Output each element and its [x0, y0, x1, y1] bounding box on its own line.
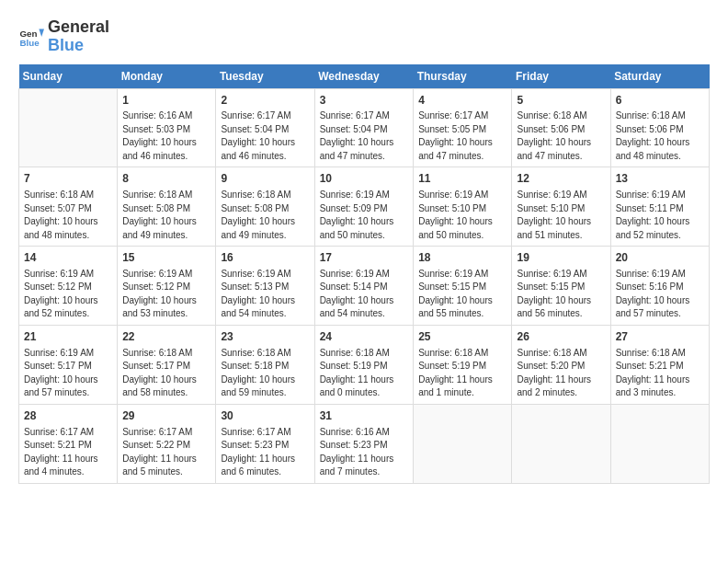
day-number: 10	[320, 171, 409, 187]
day-number: 6	[616, 93, 704, 109]
day-number: 31	[320, 408, 409, 424]
calendar-week-2: 7Sunrise: 6:18 AM Sunset: 5:07 PM Daylig…	[19, 167, 710, 247]
day-number: 18	[418, 250, 506, 266]
day-info: Sunrise: 6:19 AM Sunset: 5:12 PM Dayligh…	[24, 268, 112, 321]
day-info: Sunrise: 6:18 AM Sunset: 5:08 PM Dayligh…	[221, 189, 309, 242]
day-info: Sunrise: 6:17 AM Sunset: 5:23 PM Dayligh…	[221, 426, 309, 479]
day-number: 2	[221, 93, 309, 109]
calendar-cell: 6Sunrise: 6:18 AM Sunset: 5:06 PM Daylig…	[610, 88, 709, 167]
calendar-cell	[414, 404, 512, 483]
day-number: 26	[517, 329, 605, 345]
calendar-cell: 1Sunrise: 6:16 AM Sunset: 5:03 PM Daylig…	[118, 88, 216, 167]
day-number: 30	[221, 408, 309, 424]
day-number: 5	[517, 93, 605, 109]
calendar-cell: 24Sunrise: 6:18 AM Sunset: 5:19 PM Dayli…	[314, 325, 414, 404]
day-number: 17	[320, 250, 409, 266]
day-info: Sunrise: 6:19 AM Sunset: 5:09 PM Dayligh…	[320, 189, 409, 242]
calendar-cell: 16Sunrise: 6:19 AM Sunset: 5:13 PM Dayli…	[216, 247, 314, 326]
day-info: Sunrise: 6:18 AM Sunset: 5:06 PM Dayligh…	[517, 109, 605, 163]
day-info: Sunrise: 6:19 AM Sunset: 5:15 PM Dayligh…	[517, 268, 605, 321]
day-info: Sunrise: 6:19 AM Sunset: 5:10 PM Dayligh…	[517, 189, 605, 242]
day-number: 23	[221, 329, 309, 345]
calendar-cell: 26Sunrise: 6:18 AM Sunset: 5:20 PM Dayli…	[512, 325, 610, 404]
calendar-cell: 9Sunrise: 6:18 AM Sunset: 5:08 PM Daylig…	[216, 167, 314, 247]
calendar-body: 1Sunrise: 6:16 AM Sunset: 5:03 PM Daylig…	[19, 88, 710, 483]
day-number: 25	[418, 329, 506, 345]
calendar-week-5: 28Sunrise: 6:17 AM Sunset: 5:21 PM Dayli…	[19, 404, 710, 483]
day-number: 15	[122, 250, 210, 266]
calendar-week-4: 21Sunrise: 6:19 AM Sunset: 5:17 PM Dayli…	[19, 325, 710, 404]
day-info: Sunrise: 6:18 AM Sunset: 5:06 PM Dayligh…	[616, 109, 704, 163]
calendar-cell	[512, 404, 610, 483]
day-number: 16	[221, 250, 309, 266]
day-info: Sunrise: 6:18 AM Sunset: 5:18 PM Dayligh…	[221, 347, 309, 400]
calendar-cell: 19Sunrise: 6:19 AM Sunset: 5:15 PM Dayli…	[512, 247, 610, 326]
calendar-cell: 27Sunrise: 6:18 AM Sunset: 5:21 PM Dayli…	[610, 325, 709, 404]
calendar-cell: 20Sunrise: 6:19 AM Sunset: 5:16 PM Dayli…	[610, 247, 709, 326]
calendar-table: SundayMondayTuesdayWednesdayThursdayFrid…	[18, 64, 710, 484]
day-number: 27	[616, 329, 704, 345]
day-info: Sunrise: 6:17 AM Sunset: 5:04 PM Dayligh…	[221, 109, 309, 163]
day-number: 1	[122, 93, 210, 109]
logo-icon: Gen Blue	[18, 24, 44, 50]
day-info: Sunrise: 6:19 AM Sunset: 5:13 PM Dayligh…	[221, 268, 309, 321]
day-number: 22	[122, 329, 210, 345]
calendar-cell: 14Sunrise: 6:19 AM Sunset: 5:12 PM Dayli…	[19, 247, 118, 326]
day-number: 3	[320, 93, 409, 109]
calendar-cell: 23Sunrise: 6:18 AM Sunset: 5:18 PM Dayli…	[216, 325, 314, 404]
day-number: 14	[24, 250, 112, 266]
calendar-cell: 10Sunrise: 6:19 AM Sunset: 5:09 PM Dayli…	[314, 167, 414, 247]
calendar-cell: 5Sunrise: 6:18 AM Sunset: 5:06 PM Daylig…	[512, 88, 610, 167]
calendar-cell: 11Sunrise: 6:19 AM Sunset: 5:10 PM Dayli…	[414, 167, 512, 247]
calendar-cell: 31Sunrise: 6:16 AM Sunset: 5:23 PM Dayli…	[314, 404, 414, 483]
day-number: 19	[517, 250, 605, 266]
header-cell-monday: Monday	[118, 64, 216, 89]
calendar-cell: 8Sunrise: 6:18 AM Sunset: 5:08 PM Daylig…	[118, 167, 216, 247]
calendar-cell: 15Sunrise: 6:19 AM Sunset: 5:12 PM Dayli…	[118, 247, 216, 326]
day-number: 8	[122, 171, 210, 187]
calendar-cell: 7Sunrise: 6:18 AM Sunset: 5:07 PM Daylig…	[19, 167, 118, 247]
calendar-cell: 2Sunrise: 6:17 AM Sunset: 5:04 PM Daylig…	[216, 88, 314, 167]
page-header: Gen Blue General Blue	[18, 18, 710, 55]
day-number: 20	[616, 250, 704, 266]
calendar-cell: 30Sunrise: 6:17 AM Sunset: 5:23 PM Dayli…	[216, 404, 314, 483]
day-info: Sunrise: 6:16 AM Sunset: 5:03 PM Dayligh…	[122, 109, 210, 163]
svg-marker-2	[39, 29, 44, 36]
svg-text:Blue: Blue	[19, 38, 40, 48]
day-info: Sunrise: 6:18 AM Sunset: 5:21 PM Dayligh…	[616, 347, 704, 400]
header-cell-tuesday: Tuesday	[216, 64, 314, 89]
day-number: 21	[24, 329, 112, 345]
day-info: Sunrise: 6:18 AM Sunset: 5:19 PM Dayligh…	[418, 347, 506, 400]
logo: Gen Blue General Blue	[18, 18, 109, 55]
header-cell-wednesday: Wednesday	[314, 64, 414, 89]
day-number: 4	[418, 93, 506, 109]
day-info: Sunrise: 6:19 AM Sunset: 5:11 PM Dayligh…	[616, 189, 704, 242]
calendar-cell: 22Sunrise: 6:18 AM Sunset: 5:17 PM Dayli…	[118, 325, 216, 404]
calendar-cell: 17Sunrise: 6:19 AM Sunset: 5:14 PM Dayli…	[314, 247, 414, 326]
day-info: Sunrise: 6:17 AM Sunset: 5:04 PM Dayligh…	[320, 109, 409, 163]
calendar-cell: 21Sunrise: 6:19 AM Sunset: 5:17 PM Dayli…	[19, 325, 118, 404]
header-cell-friday: Friday	[512, 64, 610, 89]
logo-text: General Blue	[48, 18, 109, 55]
day-info: Sunrise: 6:19 AM Sunset: 5:12 PM Dayligh…	[122, 268, 210, 321]
calendar-cell	[610, 404, 709, 483]
calendar-cell: 25Sunrise: 6:18 AM Sunset: 5:19 PM Dayli…	[414, 325, 512, 404]
calendar-cell	[19, 88, 118, 167]
day-number: 7	[24, 171, 112, 187]
day-info: Sunrise: 6:19 AM Sunset: 5:15 PM Dayligh…	[418, 268, 506, 321]
calendar-cell: 13Sunrise: 6:19 AM Sunset: 5:11 PM Dayli…	[610, 167, 709, 247]
day-info: Sunrise: 6:18 AM Sunset: 5:17 PM Dayligh…	[122, 347, 210, 400]
calendar-week-1: 1Sunrise: 6:16 AM Sunset: 5:03 PM Daylig…	[19, 88, 710, 167]
day-info: Sunrise: 6:16 AM Sunset: 5:23 PM Dayligh…	[320, 426, 409, 479]
day-info: Sunrise: 6:18 AM Sunset: 5:08 PM Dayligh…	[122, 189, 210, 242]
calendar-cell: 18Sunrise: 6:19 AM Sunset: 5:15 PM Dayli…	[414, 247, 512, 326]
calendar-header: SundayMondayTuesdayWednesdayThursdayFrid…	[19, 64, 710, 89]
day-number: 13	[616, 171, 704, 187]
day-info: Sunrise: 6:18 AM Sunset: 5:20 PM Dayligh…	[517, 347, 605, 400]
day-number: 28	[24, 408, 112, 424]
day-number: 12	[517, 171, 605, 187]
header-row: SundayMondayTuesdayWednesdayThursdayFrid…	[19, 64, 710, 89]
day-info: Sunrise: 6:19 AM Sunset: 5:16 PM Dayligh…	[616, 268, 704, 321]
day-info: Sunrise: 6:18 AM Sunset: 5:19 PM Dayligh…	[320, 347, 409, 400]
header-cell-thursday: Thursday	[414, 64, 512, 89]
